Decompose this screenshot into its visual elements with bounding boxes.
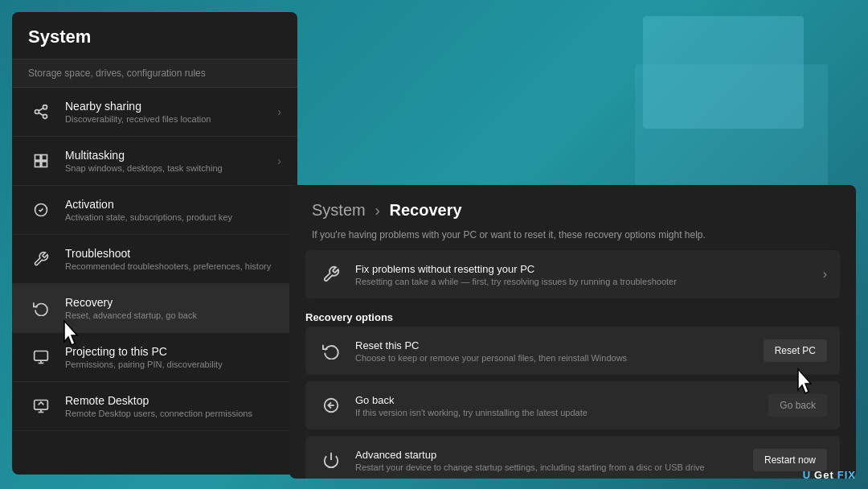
right-panel: System › Recovery If you're having probl… (289, 185, 856, 479)
sidebar-item-multitasking-text: Multitasking Snap windows, desktops, tas… (65, 149, 277, 173)
advanced-startup-title: Advanced startup (355, 449, 753, 461)
bg-shape-2 (635, 64, 828, 193)
reset-icon (318, 338, 344, 364)
breadcrumb-separator: › (375, 201, 380, 219)
breadcrumb-parent: System (312, 201, 366, 219)
sidebar-item-recovery-subtitle: Reset, advanced startup, go back (65, 310, 281, 320)
sidebar-item-remote-desktop-text: Remote Desktop Remote Desktop users, con… (65, 394, 281, 418)
watermark-fix: FIX (837, 469, 856, 481)
chevron-right-icon: › (277, 154, 281, 167)
svg-rect-10 (35, 351, 48, 361)
sidebar-item-multitasking-subtitle: Snap windows, desktops, task switching (65, 163, 277, 173)
sidebar-item-remote-desktop-subtitle: Remote Desktop users, connection permiss… (65, 409, 281, 418)
svg-line-3 (39, 113, 43, 115)
svg-point-1 (35, 110, 39, 114)
sidebar-item-projecting-subtitle: Permissions, pairing PIN, discoverabilit… (65, 360, 281, 369)
sidebar-item-activation-text: Activation Activation state, subscriptio… (65, 198, 281, 222)
windows-icon (28, 148, 54, 174)
reset-pc-button[interactable]: Reset PC (764, 339, 827, 362)
sidebar-item-nearby-sharing[interactable]: Nearby sharing Discoverability, received… (12, 88, 297, 137)
svg-point-2 (43, 114, 47, 118)
fix-problems-subtitle: Resetting can take a while — first, try … (355, 277, 823, 286)
chevron-right-icon: › (277, 105, 281, 118)
watermark: U Get FIX (803, 469, 856, 481)
fix-problems-arrow-icon: › (823, 267, 827, 281)
fix-problems-content: Fix problems without resetting your PC R… (355, 263, 823, 286)
wrench-icon (28, 246, 54, 272)
go-back-content: Go back If this version isn't working, t… (355, 394, 768, 417)
sidebar-item-nearby-sharing-title: Nearby sharing (65, 100, 277, 113)
sidebar-item-recovery-title: Recovery (65, 296, 281, 309)
remote-icon (28, 393, 54, 419)
left-panel: System Storage space, drives, configurat… (12, 12, 297, 475)
recovery-description: If you're having problems with your PC o… (289, 229, 856, 250)
sidebar-item-troubleshoot-text: Troubleshoot Recommended troubleshooters… (65, 247, 281, 271)
sidebar-item-remote-desktop-title: Remote Desktop (65, 394, 281, 407)
sidebar-item-troubleshoot-title: Troubleshoot (65, 247, 281, 260)
sidebar-item-nearby-sharing-subtitle: Discoverability, received files location (65, 114, 277, 124)
svg-rect-5 (35, 155, 41, 161)
panel-title: System (12, 12, 297, 60)
sidebar-item-multitasking-title: Multitasking (65, 149, 277, 162)
sidebar-item-recovery-text: Recovery Reset, advanced startup, go bac… (65, 296, 281, 320)
svg-rect-7 (35, 162, 41, 167)
share-icon (28, 99, 54, 125)
svg-rect-6 (42, 155, 47, 161)
breadcrumb-current: Recovery (389, 201, 461, 219)
sidebar-item-recovery[interactable]: Recovery Reset, advanced startup, go bac… (12, 284, 297, 333)
watermark-get: Get (814, 469, 834, 481)
check-circle-icon (28, 197, 54, 223)
recovery-options-label: Recovery options (289, 305, 856, 327)
reset-pc-card: Reset this PC Choose to keep or remove y… (305, 327, 840, 375)
scroll-hint: Storage space, drives, configuration rul… (12, 60, 297, 88)
reset-pc-subtitle: Choose to keep or remove your personal f… (355, 353, 764, 363)
power-icon (318, 447, 344, 473)
breadcrumb: System › Recovery (312, 201, 833, 220)
restart-now-button[interactable]: Restart now (753, 449, 827, 471)
fix-problems-icon (318, 261, 344, 287)
sidebar-item-activation-title: Activation (65, 198, 281, 211)
watermark-u: U (803, 469, 811, 481)
go-back-title: Go back (355, 394, 768, 406)
sidebar-item-projecting-title: Projecting to this PC (65, 345, 281, 358)
reset-pc-content: Reset this PC Choose to keep or remove y… (355, 339, 764, 363)
go-back-button[interactable]: Go back (768, 394, 827, 417)
fix-problems-section: Fix problems without resetting your PC R… (289, 250, 856, 298)
sidebar-item-remote-desktop[interactable]: Remote Desktop Remote Desktop users, con… (12, 382, 297, 431)
projector-icon (28, 344, 54, 370)
sidebar-item-multitasking[interactable]: Multitasking Snap windows, desktops, tas… (12, 137, 297, 186)
recovery-options-section: Reset this PC Choose to keep or remove y… (289, 327, 856, 479)
go-back-card: Go back If this version isn't working, t… (305, 381, 840, 429)
sidebar-item-troubleshoot[interactable]: Troubleshoot Recommended troubleshooters… (12, 235, 297, 284)
advanced-startup-subtitle: Restart your device to change startup se… (355, 462, 753, 472)
sidebar-item-projecting[interactable]: Projecting to this PC Permissions, pairi… (12, 333, 297, 382)
go-back-subtitle: If this version isn't working, try unins… (355, 408, 768, 417)
go-back-icon (318, 392, 344, 418)
svg-rect-8 (42, 162, 47, 167)
svg-line-4 (39, 108, 43, 110)
reset-pc-title: Reset this PC (355, 339, 764, 351)
fix-problems-card[interactable]: Fix problems without resetting your PC R… (305, 250, 840, 298)
sidebar-item-projecting-text: Projecting to this PC Permissions, pairi… (65, 345, 281, 369)
sidebar-item-activation-subtitle: Activation state, subscriptions, product… (65, 212, 281, 222)
sidebar-item-activation[interactable]: Activation Activation state, subscriptio… (12, 186, 297, 235)
svg-point-0 (43, 105, 47, 109)
fix-problems-title: Fix problems without resetting your PC (355, 263, 823, 275)
recover-icon (28, 295, 54, 321)
recovery-header: System › Recovery (289, 185, 856, 229)
sidebar-item-troubleshoot-subtitle: Recommended troubleshooters, preferences… (65, 261, 281, 271)
sidebar-item-nearby-sharing-text: Nearby sharing Discoverability, received… (65, 100, 277, 124)
advanced-startup-content: Advanced startup Restart your device to … (355, 449, 753, 472)
advanced-startup-card: Advanced startup Restart your device to … (305, 436, 840, 479)
